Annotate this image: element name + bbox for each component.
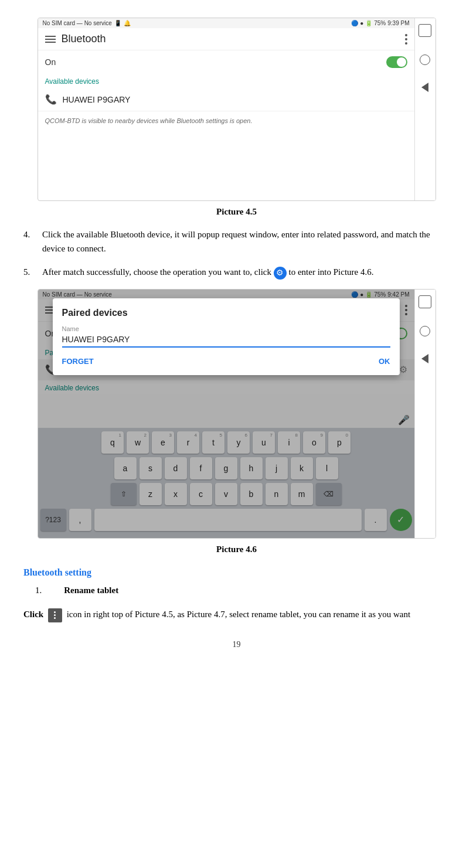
back-button-icon-2[interactable] (421, 354, 428, 363)
available-devices-header-1: Available devices (38, 74, 414, 88)
back-button-icon[interactable] (421, 83, 428, 92)
signal-icon: ● (360, 20, 363, 26)
phone-frame-2: No SIM card — No service 🔵 ● 🔋 75% 9:42 … (38, 289, 436, 539)
step-5-content: After match successfully, choose the ope… (42, 265, 450, 280)
bluetooth-icon: 🔵 (351, 20, 358, 26)
status-icon-sim: 📱 (114, 20, 121, 26)
paired-devices-dialog[interactable]: Paired devices Name HUAWEI P9GARY FORGET… (53, 298, 400, 375)
gear-icon-inline (274, 267, 287, 280)
dialog-buttons: FORGET OK (62, 357, 390, 366)
status-right-1: 🔵 ● 🔋 75% 9:39 PM (351, 20, 409, 26)
device-item-huawei-1[interactable]: 📞 HUAWEI P9GARY (38, 88, 414, 111)
dialog-name-value[interactable]: HUAWEI P9GARY (62, 335, 390, 348)
phone-sidebar-2 (414, 290, 435, 538)
dialog-title: Paired devices (62, 308, 390, 318)
menu-icon-dots-group (54, 611, 56, 619)
click-instruction-text: icon in right top of Picture 4.5, as Pic… (67, 610, 411, 619)
click-instruction: Click icon in right top of Picture 4.5, … (23, 607, 450, 622)
status-icon-ringer: 🔔 (124, 20, 131, 26)
dialog-name-label: Name (62, 325, 390, 332)
app-bar-title-1: Bluetooth (62, 33, 106, 45)
hamburger-menu-icon[interactable] (45, 36, 56, 43)
page-content: No SIM card — No service 📱 🔔 🔵 ● 🔋 75% 9… (0, 0, 473, 673)
menu-dot-2 (54, 614, 56, 616)
menu-dot-1 (54, 611, 56, 613)
screenshot1-container: No SIM card — No service 📱 🔔 🔵 ● 🔋 75% 9… (23, 18, 450, 201)
menu-dot-3 (54, 617, 56, 619)
toggle-label-1: On (45, 57, 56, 67)
step-5: 5. After match successfully, choose the … (23, 265, 450, 280)
step-5-text-after: to enter into Picture 4.6. (289, 267, 374, 277)
forget-button[interactable]: FORGET (62, 357, 94, 366)
phone-frame-1: No SIM card — No service 📱 🔔 🔵 ● 🔋 75% 9… (38, 18, 436, 201)
setting-title: Bluetooth setting (23, 565, 450, 580)
step-4: 4. Click the available Bluetooth device,… (23, 227, 450, 256)
subsection-1-title: Rename tablet (64, 583, 118, 597)
phone-icon-1: 📞 (45, 94, 57, 105)
screen-2: No SIM card — No service 🔵 ● 🔋 75% 9:42 … (38, 290, 414, 538)
battery-icon: 🔋 (365, 20, 372, 26)
screenshot2-container: No SIM card — No service 🔵 ● 🔋 75% 9:42 … (23, 289, 450, 539)
page-number: 19 (23, 640, 450, 649)
ok-button[interactable]: OK (379, 357, 390, 366)
phone-sidebar-1 (414, 18, 435, 200)
click-label: Click (23, 610, 43, 619)
visibility-notice-1: QCOM-BTD is visible to nearby devices wh… (38, 111, 414, 130)
caption-2: Picture 4.6 (23, 544, 450, 554)
power-button-icon-2[interactable] (418, 295, 431, 308)
step-4-number: 4. (23, 227, 35, 256)
step-5-text-before: After match successfully, choose the ope… (42, 267, 271, 277)
app-bar-left-1: Bluetooth (45, 33, 106, 45)
status-left-1: No SIM card — No service 📱 🔔 (43, 20, 131, 26)
no-sim-text: No SIM card — No service (43, 20, 112, 26)
bluetooth-setting-section: Bluetooth setting 1. Rename tablet Click… (23, 565, 450, 623)
subsection-1: 1. Rename tablet (35, 583, 450, 603)
step-5-number: 5. (23, 265, 35, 280)
bluetooth-toggle-row-1[interactable]: On (38, 50, 414, 74)
step-4-text: Click the available Bluetooth device, it… (42, 227, 450, 256)
home-button-icon[interactable] (420, 55, 430, 65)
screen-1: No SIM card — No service 📱 🔔 🔵 ● 🔋 75% 9… (38, 18, 414, 200)
menu-icon-inline-container (48, 608, 62, 622)
app-bar-1: Bluetooth (38, 28, 414, 50)
empty-space-1 (38, 130, 414, 200)
overflow-menu-icon-1[interactable] (405, 34, 407, 45)
time-1: 9:39 PM (387, 20, 409, 26)
home-button-icon-2[interactable] (420, 326, 430, 336)
status-bar-1: No SIM card — No service 📱 🔔 🔵 ● 🔋 75% 9… (38, 18, 414, 28)
battery-pct-1: 75% (374, 20, 386, 26)
power-button-icon[interactable] (418, 24, 431, 37)
caption-1: Picture 4.5 (23, 207, 450, 217)
device-name-1: HUAWEI P9GARY (63, 95, 131, 104)
subsection-1-number: 1. (35, 583, 42, 597)
bluetooth-toggle-switch-1[interactable] (386, 56, 407, 68)
